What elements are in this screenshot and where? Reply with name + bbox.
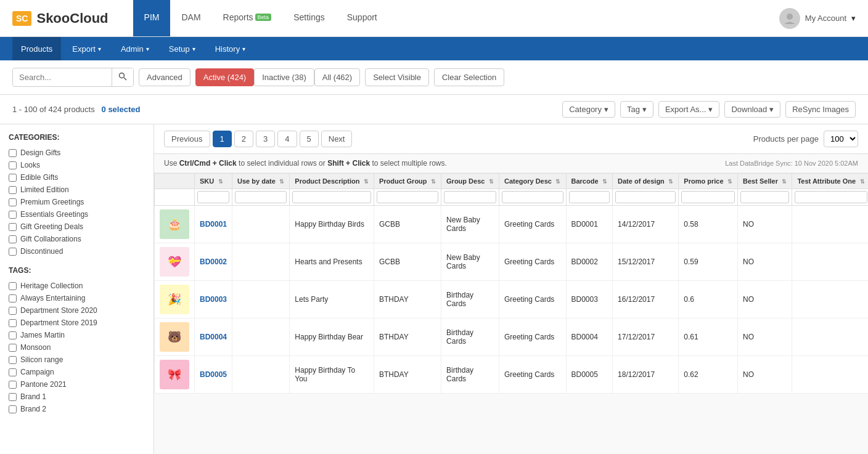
- page-button-4[interactable]: 4: [277, 131, 297, 147]
- col-filter-input-productgroup[interactable]: [377, 191, 438, 203]
- page-button-1[interactable]: 1: [213, 131, 232, 147]
- sidebar-tag-item[interactable]: Brand 2: [9, 403, 145, 415]
- category-checkbox[interactable]: [9, 223, 17, 231]
- category-checkbox[interactable]: [9, 186, 17, 194]
- second-nav-item-history[interactable]: History ▾: [207, 37, 254, 60]
- next-button[interactable]: Next: [321, 131, 353, 147]
- sku-link[interactable]: BD0002: [200, 257, 227, 266]
- category-checkbox[interactable]: [9, 235, 17, 243]
- tag-checkbox[interactable]: [9, 331, 17, 339]
- category-checkbox[interactable]: [9, 149, 17, 157]
- sidebar-category-item[interactable]: Gift Collaborations: [9, 233, 145, 245]
- export-as-button[interactable]: Export As... ▾: [658, 101, 719, 118]
- filter-tab-all[interactable]: All (462): [314, 68, 360, 86]
- sidebar-category-item[interactable]: Discontinued: [9, 245, 145, 257]
- top-nav-item-pim[interactable]: PIM: [133, 0, 171, 36]
- col-filter-input-dateofdesign[interactable]: [615, 191, 676, 203]
- sidebar-tag-item[interactable]: Department Store 2020: [9, 304, 145, 317]
- sidebar-category-item[interactable]: Design Gifts: [9, 147, 145, 159]
- sku-link[interactable]: BD0004: [200, 333, 227, 341]
- sidebar-category-item[interactable]: Gift Greeting Deals: [9, 221, 145, 233]
- sidebar-category-item[interactable]: Premium Greetings: [9, 196, 145, 208]
- col-header-groupdesc[interactable]: Group Desc ⇅: [441, 174, 499, 189]
- col-header-barcode[interactable]: Barcode ⇅: [566, 174, 613, 189]
- second-nav-item-export[interactable]: Export ▾: [63, 37, 110, 60]
- sidebar-category-item[interactable]: Essentials Greetings: [9, 208, 145, 221]
- select-visible-button[interactable]: Select Visible: [365, 68, 429, 86]
- col-filter-input-barcode[interactable]: [569, 191, 610, 203]
- tag-checkbox[interactable]: [9, 393, 17, 401]
- sidebar-tag-item[interactable]: Silicon range: [9, 354, 145, 366]
- category-checkbox[interactable]: [9, 174, 17, 182]
- tag-button[interactable]: Tag ▾: [620, 101, 653, 118]
- sidebar-tag-item[interactable]: Campaign: [9, 366, 145, 378]
- tag-checkbox[interactable]: [9, 294, 17, 302]
- filter-tab-active[interactable]: Active (424): [195, 68, 254, 86]
- sidebar-tag-item[interactable]: Department Store 2019: [9, 317, 145, 329]
- col-header-testattribute[interactable]: Test Attribute One ⇅: [792, 174, 868, 189]
- col-header-productgroup[interactable]: Product Group ⇅: [374, 174, 441, 189]
- account-label[interactable]: My Account: [805, 14, 846, 23]
- search-input[interactable]: [13, 69, 112, 86]
- sidebar-category-item[interactable]: Edible Gifts: [9, 171, 145, 184]
- table-row[interactable]: 💝BD0002Hearts and PresentsGCBBNew Baby C…: [155, 243, 869, 281]
- tag-checkbox[interactable]: [9, 381, 17, 389]
- col-header-bestseller[interactable]: Best Seller ⇅: [738, 174, 792, 189]
- sidebar-tag-item[interactable]: Monsoon: [9, 341, 145, 354]
- second-nav-item-admin[interactable]: Admin ▾: [112, 37, 158, 60]
- top-nav-item-dam[interactable]: DAM: [170, 0, 211, 36]
- download-button[interactable]: Download ▾: [724, 101, 780, 118]
- category-checkbox[interactable]: [9, 211, 17, 219]
- table-row[interactable]: 🎉BD0003Lets PartyBTHDAYBirthday CardsGre…: [155, 281, 869, 318]
- col-header-productdesc[interactable]: Product Description ⇅: [290, 174, 374, 189]
- sidebar-category-item[interactable]: Looks: [9, 159, 145, 171]
- sidebar-tag-item[interactable]: Brand 1: [9, 391, 145, 403]
- tag-checkbox[interactable]: [9, 307, 17, 315]
- tag-checkbox[interactable]: [9, 405, 17, 413]
- category-checkbox[interactable]: [9, 248, 17, 256]
- filter-tab-inactive[interactable]: Inactive (38): [254, 68, 314, 86]
- col-filter-input-sku[interactable]: [197, 191, 229, 203]
- col-header-sku[interactable]: SKU ⇅: [195, 174, 232, 189]
- page-button-5[interactable]: 5: [300, 131, 319, 147]
- col-header-dateofdesign[interactable]: Date of design ⇅: [613, 174, 679, 189]
- col-filter-input-groupdesc[interactable]: [444, 191, 496, 203]
- category-checkbox[interactable]: [9, 198, 17, 206]
- sku-link[interactable]: BD0005: [200, 370, 227, 379]
- sku-link[interactable]: BD0003: [200, 295, 227, 304]
- col-header-categorydesc[interactable]: Category Desc ⇅: [499, 174, 566, 189]
- sidebar-tag-item[interactable]: Always Entertaining: [9, 292, 145, 304]
- category-checkbox[interactable]: [9, 161, 17, 169]
- sidebar-tag-item[interactable]: James Martin: [9, 329, 145, 341]
- table-row[interactable]: 🎀BD0005Happy Birthday To YouBTHDAYBirthd…: [155, 356, 869, 394]
- page-button-2[interactable]: 2: [234, 131, 253, 147]
- col-filter-input-productdesc[interactable]: [292, 191, 371, 203]
- previous-button[interactable]: Previous: [164, 131, 210, 147]
- sidebar-category-item[interactable]: Limited Edition: [9, 184, 145, 196]
- page-button-3[interactable]: 3: [256, 131, 275, 147]
- top-nav-item-settings[interactable]: Settings: [282, 0, 336, 36]
- col-header-usebydate[interactable]: Use by date ⇅: [232, 174, 290, 189]
- col-filter-input-usebydate[interactable]: [235, 191, 287, 203]
- search-button[interactable]: [112, 68, 133, 86]
- col-filter-input-bestseller[interactable]: [740, 191, 789, 203]
- sku-link[interactable]: BD0001: [200, 220, 227, 229]
- advanced-button[interactable]: Advanced: [139, 68, 190, 86]
- account-caret-icon[interactable]: ▾: [851, 14, 856, 23]
- col-filter-input-promoprice[interactable]: [681, 191, 735, 203]
- col-filter-input-categorydesc[interactable]: [502, 191, 563, 203]
- table-row[interactable]: 🐻BD0004Happy Birthday BearBTHDAYBirthday…: [155, 318, 869, 356]
- sidebar-tag-item[interactable]: Heritage Collection: [9, 280, 145, 292]
- tag-checkbox[interactable]: [9, 344, 17, 352]
- tag-checkbox[interactable]: [9, 319, 17, 327]
- resync-button[interactable]: ReSync Images: [785, 101, 856, 118]
- tag-checkbox[interactable]: [9, 356, 17, 364]
- top-nav-item-reports[interactable]: ReportsBeta: [212, 0, 283, 36]
- second-nav-item-setup[interactable]: Setup ▾: [160, 37, 204, 60]
- category-button[interactable]: Category ▾: [562, 101, 615, 118]
- clear-selection-button[interactable]: Clear Selection: [434, 68, 504, 86]
- col-header-promoprice[interactable]: Promo price ⇅: [679, 174, 738, 189]
- col-filter-input-testattribute[interactable]: [795, 191, 867, 203]
- tag-checkbox[interactable]: [9, 368, 17, 376]
- sidebar-tag-item[interactable]: Pantone 2021: [9, 378, 145, 391]
